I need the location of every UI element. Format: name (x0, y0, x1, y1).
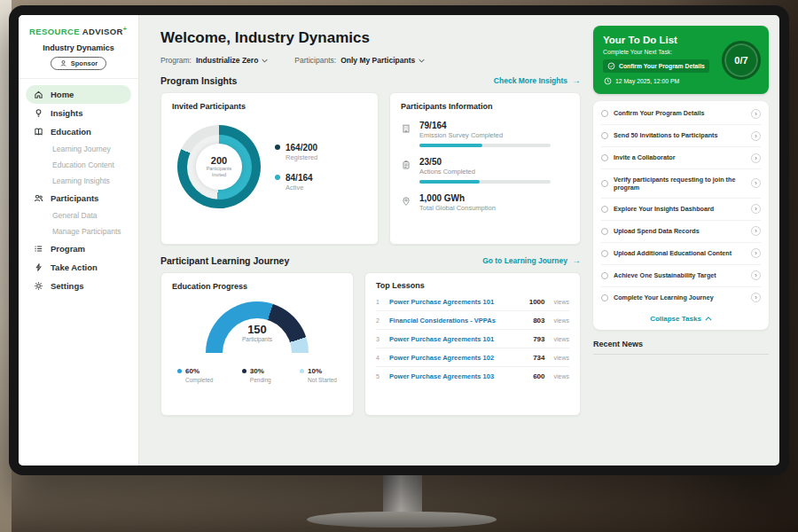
lesson-link[interactable]: Power Purchase Agreements 101 (389, 298, 523, 306)
monitor-bezel: RESOURCE ADVISOR+ Industry Dynamics Spon… (9, 5, 789, 475)
chevron-down-icon (262, 59, 268, 63)
task-row[interactable]: Explore Your Insights Dashboard › (601, 199, 761, 221)
task-label: Explore Your Insights Dashboard (614, 205, 746, 213)
task-checkbox[interactable] (601, 132, 608, 139)
monitor-screen: RESOURCE ADVISOR+ Industry Dynamics Spon… (19, 15, 779, 466)
lesson-link[interactable]: Power Purchase Agreements 101 (389, 335, 527, 343)
sidebar-item-general-data[interactable]: General Data (26, 207, 131, 223)
chevron-right-icon[interactable]: › (751, 204, 761, 214)
registered-value: 164/200 (286, 143, 317, 153)
monitor-stand-base (307, 512, 497, 528)
chevron-right-icon[interactable]: › (751, 248, 761, 258)
sidebar-nav: Home Insights Education Learning Journey… (19, 79, 138, 301)
sidebar-item-label: Insights (51, 108, 82, 118)
task-row[interactable]: Invite a Collaborator › (601, 147, 761, 169)
sidebar-item-education[interactable]: Education (26, 122, 131, 141)
global-consumption-label: Total Global Consumption (419, 204, 496, 212)
sidebar-item-take-action[interactable]: Take Action (26, 258, 131, 277)
pending-pct: 30% (250, 367, 264, 375)
lesson-views: 1000 (529, 298, 545, 306)
program-insights-title: Program Insights (160, 75, 237, 86)
sidebar-item-education-content[interactable]: Education Content (26, 157, 131, 173)
book-icon (34, 127, 43, 137)
collapse-tasks-link[interactable]: Collapse Tasks (601, 309, 761, 330)
chevron-right-icon[interactable]: › (751, 131, 761, 141)
chevron-right-icon[interactable]: › (751, 270, 761, 280)
task-row[interactable]: Confirm Your Program Details › (601, 103, 761, 125)
check-circle-icon (607, 62, 615, 70)
task-label: Send 50 Invitations to Participants (614, 131, 746, 139)
chevron-right-icon[interactable]: › (751, 109, 761, 119)
task-checkbox[interactable] (601, 154, 608, 161)
go-to-learning-journey-label: Go to Learning Journey (482, 256, 567, 265)
lesson-link[interactable]: Power Purchase Agreements 102 (389, 354, 527, 362)
todo-panel: Your To Do List Complete Your Next Task:… (591, 15, 779, 466)
chevron-right-icon[interactable]: › (751, 178, 761, 188)
chevron-right-icon[interactable]: › (751, 153, 761, 163)
arrow-right-icon: → (572, 256, 581, 265)
sidebar-item-manage-participants[interactable]: Manage Participants (26, 223, 131, 239)
lesson-row: 1 Power Purchase Agreements 101 1000 vie… (376, 293, 569, 311)
not-started-legend-dot (300, 369, 304, 373)
participants-filter-dropdown[interactable]: Participants: Only My Participants (294, 56, 425, 65)
logo-text-primary: RESOURCE (29, 27, 80, 36)
lesson-views-suffix: views (553, 373, 569, 379)
gear-icon (34, 281, 43, 291)
task-row[interactable]: Verify participants requesting to join t… (601, 169, 761, 199)
home-icon (34, 90, 43, 99)
learning-journey-title: Participant Learning Journey (160, 255, 289, 266)
sidebar-item-label: Settings (51, 281, 83, 291)
go-to-learning-journey-link[interactable]: Go to Learning Journey → (482, 256, 581, 265)
task-row[interactable]: Upload Spend Data Records › (601, 221, 761, 243)
task-checkbox[interactable] (601, 110, 608, 117)
program-insights-section-header: Program Insights Check More Insights → (160, 75, 581, 86)
task-row[interactable]: Achieve One Sustainability Target › (601, 265, 761, 287)
sidebar-item-home[interactable]: Home (26, 85, 131, 104)
lesson-link[interactable]: Financial Considerations - VPPAs (389, 317, 527, 325)
active-value: 84/164 (286, 173, 313, 183)
task-row[interactable]: Send 50 Invitations to Participants › (601, 125, 761, 147)
legend-item-active: 84/164 Active (275, 173, 317, 192)
sidebar-item-program[interactable]: Program (26, 239, 131, 258)
program-filter-dropdown[interactable]: Program: Industrialize Zero (160, 56, 268, 65)
task-row[interactable]: Upload Additional Educational Content › (601, 243, 761, 265)
filters-row: Program: Industrialize Zero Participants… (160, 56, 581, 65)
lesson-link[interactable]: Power Purchase Agreements 103 (389, 372, 527, 380)
chevron-right-icon[interactable]: › (751, 226, 761, 236)
sidebar-item-learning-insights[interactable]: Learning Insights (26, 173, 131, 189)
org-name: Industry Dynamics (19, 43, 138, 52)
chevron-right-icon[interactable]: › (751, 293, 761, 302)
next-task-datetime: 12 May 2025, 12:00 PM (615, 78, 679, 84)
sidebar-item-settings[interactable]: Settings (26, 277, 131, 295)
chevron-up-icon (705, 317, 712, 321)
sidebar-item-learning-journey[interactable]: Learning Journey (26, 141, 131, 157)
active-legend-dot (275, 175, 280, 180)
lesson-row: 2 Financial Considerations - VPPAs 803 v… (376, 311, 569, 330)
task-row[interactable]: Complete Your Learning Journey › (601, 287, 761, 309)
sponsor-badge[interactable]: Sponsor (51, 57, 106, 70)
sidebar-item-participants[interactable]: Participants (26, 189, 131, 207)
completed-legend-dot (177, 369, 182, 373)
donut-center-value: 200 (211, 155, 227, 166)
task-checkbox[interactable] (601, 206, 608, 213)
task-checkbox[interactable] (601, 228, 608, 235)
page-title: Welcome, Industry Dynamics (160, 29, 581, 47)
task-label: Confirm Your Program Details (614, 109, 746, 117)
lesson-views-suffix: views (553, 336, 569, 342)
sidebar-item-label: Participants (51, 193, 98, 203)
recent-news-title: Recent News (593, 340, 769, 355)
task-checkbox[interactable] (601, 272, 608, 279)
task-checkbox[interactable] (601, 294, 608, 301)
actions-completed-label: Actions Completed (419, 168, 551, 176)
completed-pct: 60% (185, 367, 200, 375)
task-checkbox[interactable] (601, 180, 608, 187)
check-more-insights-link[interactable]: Check More Insights → (494, 76, 581, 85)
sidebar-item-insights[interactable]: Insights (26, 104, 131, 122)
not-started-pct: 10% (308, 367, 322, 375)
legend-item-completed: 60% Completed (177, 367, 213, 383)
donut-center-label: Participants Invited (200, 166, 238, 178)
gauge-center-value: 150 (206, 323, 309, 336)
task-checkbox[interactable] (601, 250, 608, 257)
participants-information-card: Participants Information 79/164 Emission… (389, 92, 581, 245)
lesson-rank: 4 (376, 355, 383, 361)
